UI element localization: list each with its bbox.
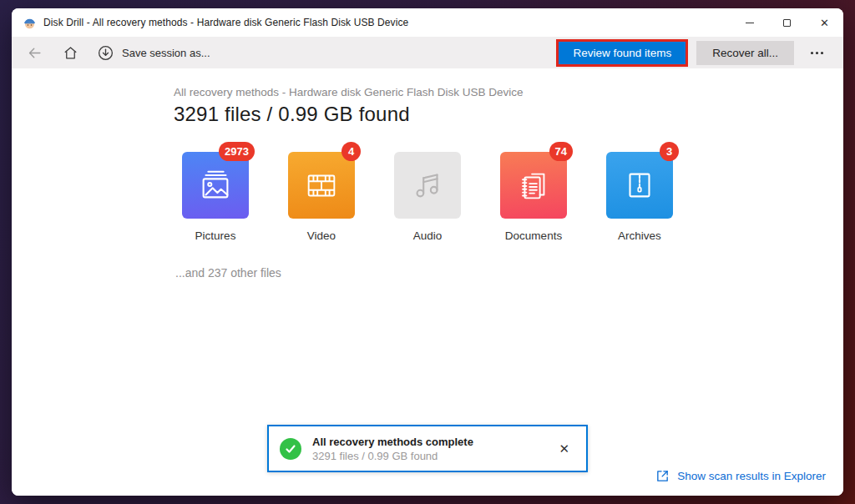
window-controls: ✕: [731, 8, 843, 37]
video-count-badge: 4: [341, 142, 361, 161]
archives-label: Archives: [606, 229, 673, 242]
home-icon: [63, 45, 78, 61]
minimize-icon: [746, 23, 754, 23]
notification-title: All recovery methods complete: [312, 436, 473, 448]
disk-drill-window: Disk Drill - All recovery methods - Hard…: [12, 8, 843, 496]
review-annotation-highlight: Review found items: [556, 39, 688, 67]
title-bar: Disk Drill - All recovery methods - Hard…: [12, 8, 843, 37]
close-icon: ✕: [820, 18, 829, 28]
other-files-text: ...and 237 other files: [174, 266, 843, 280]
maximize-icon: [783, 19, 791, 27]
maximize-button[interactable]: [768, 8, 806, 37]
notification-subtitle: 3291 files / 0.99 GB found: [312, 450, 473, 462]
video-label: Video: [288, 229, 355, 242]
scan-subtitle: All recovery methods - Hardware disk Gen…: [174, 86, 843, 98]
close-button[interactable]: ✕: [806, 8, 843, 37]
scan-result-heading: 3291 files / 0.99 GB found: [174, 103, 843, 126]
more-options-button[interactable]: [807, 47, 827, 59]
pictures-tile[interactable]: 2973: [182, 152, 249, 219]
video-icon: [302, 166, 341, 204]
category-card-pictures[interactable]: 2973 Pictures: [182, 152, 249, 242]
show-in-explorer-link[interactable]: Show scan results in Explorer: [655, 469, 826, 483]
notification-texts: All recovery methods complete 3291 files…: [312, 436, 473, 462]
save-session-label[interactable]: Save session as...: [122, 47, 210, 59]
success-check-icon: [280, 438, 301, 460]
home-button[interactable]: [63, 45, 78, 61]
documents-icon: [514, 166, 553, 204]
category-card-documents[interactable]: 74 Documents: [500, 152, 567, 242]
back-arrow-icon: [27, 45, 43, 61]
documents-count-badge: 74: [549, 142, 573, 161]
archives-tile[interactable]: 3: [606, 152, 673, 219]
category-cards: 2973 Pictures 4: [174, 152, 843, 242]
pictures-label: Pictures: [182, 229, 249, 242]
recover-all-button[interactable]: Recover all...: [696, 41, 794, 65]
review-found-items-button[interactable]: Review found items: [559, 42, 686, 64]
ellipsis-icon: [811, 52, 813, 54]
archives-icon: [620, 166, 659, 204]
category-card-video[interactable]: 4 Video: [288, 152, 355, 242]
category-card-audio[interactable]: Audio: [394, 152, 461, 242]
audio-tile[interactable]: [394, 152, 461, 219]
category-card-archives[interactable]: 3 Archives: [606, 152, 673, 242]
window-title: Disk Drill - All recovery methods - Hard…: [43, 17, 408, 28]
notification-close-button[interactable]: ✕: [555, 438, 573, 460]
save-session-button[interactable]: [97, 44, 114, 62]
audio-icon: [408, 166, 447, 204]
pictures-count-badge: 2973: [219, 142, 255, 161]
show-in-explorer-label: Show scan results in Explorer: [677, 470, 826, 482]
completion-notification: All recovery methods complete 3291 files…: [267, 425, 588, 472]
pictures-icon: [196, 166, 235, 204]
documents-tile[interactable]: 74: [500, 152, 567, 219]
audio-label: Audio: [394, 229, 461, 242]
video-tile[interactable]: 4: [288, 152, 355, 219]
archives-count-badge: 3: [660, 142, 679, 161]
documents-label: Documents: [500, 229, 567, 242]
toolbar: Save session as... Review found items Re…: [12, 37, 843, 68]
minimize-button[interactable]: [731, 8, 768, 37]
disk-drill-app-icon: [23, 16, 37, 30]
download-circle-icon: [97, 44, 114, 62]
back-button[interactable]: [27, 45, 43, 61]
external-link-icon: [655, 469, 670, 483]
